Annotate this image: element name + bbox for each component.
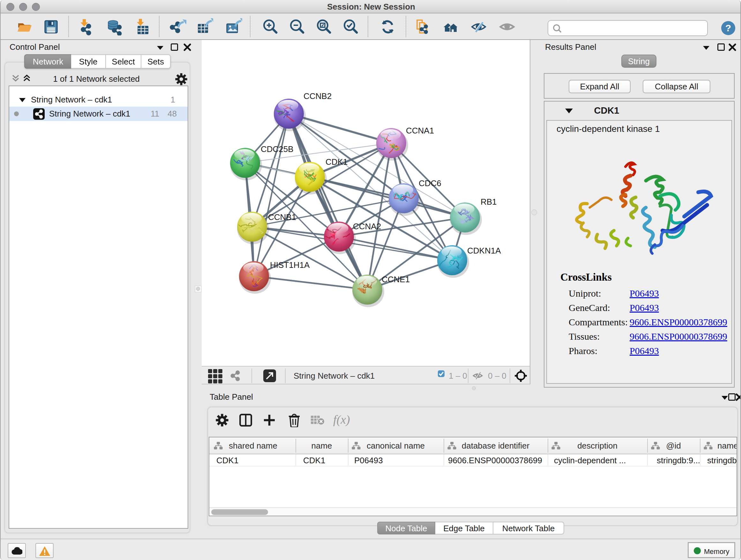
svg-text:CCNE1: CCNE1 — [382, 274, 410, 284]
svg-text:CCNB1: CCNB1 — [268, 212, 296, 222]
svg-text:CDK1: CDK1 — [326, 157, 347, 167]
svg-text:CCNA2: CCNA2 — [353, 222, 381, 231]
svg-text:CDC6: CDC6 — [419, 179, 441, 188]
svg-text:CCNA1: CCNA1 — [406, 126, 434, 135]
svg-text:CDC25B: CDC25B — [261, 144, 293, 154]
svg-text:RB1: RB1 — [481, 197, 497, 206]
svg-text:CCNB2: CCNB2 — [304, 91, 332, 101]
svg-text:CDKN1A: CDKN1A — [467, 246, 501, 255]
svg-text:HIST1H1A: HIST1H1A — [270, 260, 310, 270]
